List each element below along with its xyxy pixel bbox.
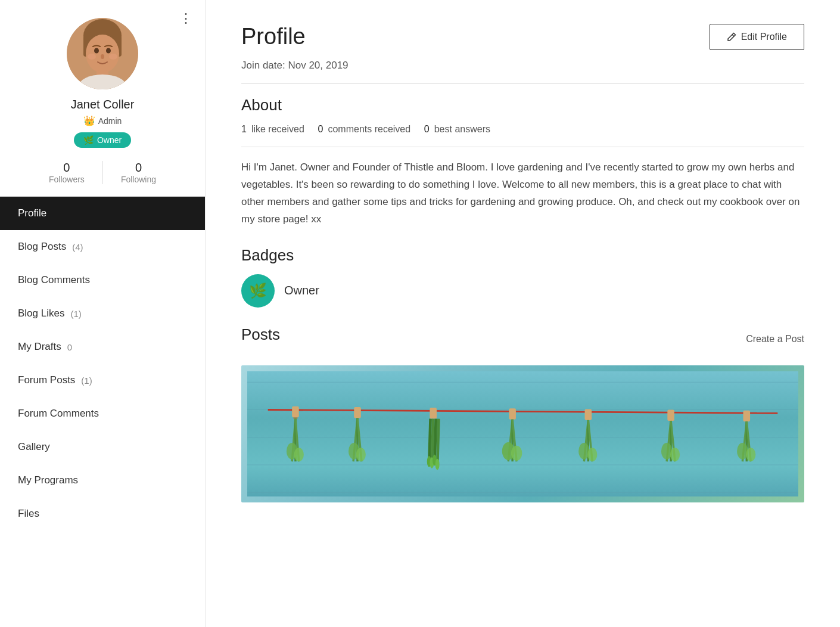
sidebar-item-my-programs[interactable]: My Programs bbox=[0, 464, 205, 497]
create-post-link[interactable]: Create a Post bbox=[746, 334, 804, 344]
badges-section: Badges 🌿 Owner bbox=[241, 246, 804, 308]
admin-badge: 👑 Admin bbox=[83, 115, 122, 126]
svg-rect-22 bbox=[293, 417, 297, 418]
svg-point-4 bbox=[86, 35, 119, 73]
sidebar-item-profile[interactable]: Profile bbox=[0, 197, 205, 230]
svg-rect-43 bbox=[509, 408, 516, 420]
owner-label: Owner bbox=[97, 135, 122, 145]
svg-point-66 bbox=[746, 448, 755, 461]
sidebar-item-label: Files bbox=[18, 508, 39, 520]
posts-section: Posts Create a Post bbox=[241, 325, 804, 502]
edit-profile-button[interactable]: Edit Profile bbox=[710, 24, 804, 50]
avatar bbox=[67, 18, 138, 89]
svg-point-60 bbox=[670, 448, 680, 461]
posts-header: Posts Create a Post bbox=[241, 325, 804, 353]
svg-rect-34 bbox=[430, 408, 437, 419]
following-stat[interactable]: 0 Following bbox=[103, 161, 174, 184]
leaf-icon: 🌿 bbox=[83, 135, 94, 145]
likes-received-count: 1 bbox=[241, 124, 247, 135]
sidebar-item-badge: (1) bbox=[70, 309, 81, 319]
sidebar-item-blog-posts[interactable]: Blog Posts (4) bbox=[0, 230, 205, 263]
svg-line-12 bbox=[732, 35, 734, 36]
page-title: Profile bbox=[241, 24, 306, 49]
sidebar-item-forum-posts[interactable]: Forum Posts (1) bbox=[0, 364, 205, 397]
svg-rect-55 bbox=[667, 409, 674, 421]
svg-rect-28 bbox=[354, 406, 361, 418]
sidebar-item-label: Gallery bbox=[18, 441, 50, 453]
sidebar-item-label: Blog Posts bbox=[18, 241, 66, 253]
svg-point-6 bbox=[106, 48, 111, 54]
svg-rect-61 bbox=[743, 410, 751, 421]
badge-icon: 🌿 bbox=[241, 274, 275, 308]
followers-stat[interactable]: 0 Followers bbox=[31, 161, 103, 184]
edit-profile-label: Edit Profile bbox=[741, 32, 787, 42]
about-stats: 1 like received 0 comments received 0 be… bbox=[241, 124, 804, 135]
sidebar-item-label: Blog Likes bbox=[18, 308, 64, 319]
following-count: 0 bbox=[135, 161, 142, 175]
svg-rect-21 bbox=[292, 406, 299, 417]
sidebar-item-blog-likes[interactable]: Blog Likes (1) bbox=[0, 297, 205, 330]
pencil-icon bbox=[727, 32, 736, 42]
svg-rect-49 bbox=[585, 409, 592, 420]
svg-point-10 bbox=[88, 54, 96, 60]
bio-text: Hi I'm Janet. Owner and Founder of Thist… bbox=[241, 159, 804, 228]
svg-point-42 bbox=[435, 458, 440, 470]
sidebar: ⋮ bbox=[0, 0, 206, 627]
followers-label: Followers bbox=[49, 175, 85, 184]
svg-point-7 bbox=[101, 54, 104, 59]
about-section-title: About bbox=[241, 96, 804, 114]
sidebar-item-badge: 0 bbox=[67, 342, 72, 352]
sidebar-item-label: Profile bbox=[18, 207, 46, 219]
post-image bbox=[241, 365, 804, 502]
comments-received-label: comments received bbox=[328, 124, 410, 135]
badge-leaf-icon: 🌿 bbox=[249, 283, 267, 299]
sidebar-item-label: Blog Comments bbox=[18, 274, 90, 286]
more-menu-button[interactable]: ⋮ bbox=[179, 12, 193, 25]
badge-item: 🌿 Owner bbox=[241, 274, 804, 308]
divider-1 bbox=[241, 83, 804, 84]
sidebar-item-label: Forum Posts bbox=[18, 374, 75, 386]
following-label: Following bbox=[121, 175, 156, 184]
svg-point-33 bbox=[356, 448, 366, 461]
sidebar-nav: Profile Blog Posts (4) Blog Comments Blo… bbox=[0, 197, 205, 627]
sidebar-item-my-drafts[interactable]: My Drafts 0 bbox=[0, 330, 205, 364]
main-content: Profile Edit Profile Join date: Nov 20, … bbox=[206, 0, 840, 627]
owner-badge: 🌿 Owner bbox=[74, 132, 131, 148]
sidebar-item-gallery[interactable]: Gallery bbox=[0, 430, 205, 464]
sidebar-item-blog-comments[interactable]: Blog Comments bbox=[0, 263, 205, 297]
posts-section-title: Posts bbox=[241, 325, 280, 344]
followers-count: 0 bbox=[63, 161, 70, 175]
sidebar-item-label: My Drafts bbox=[18, 341, 61, 353]
best-answers-count: 0 bbox=[424, 124, 430, 135]
best-answers-label: best answers bbox=[434, 124, 490, 135]
badges-section-title: Badges bbox=[241, 246, 804, 265]
user-name: Janet Coller bbox=[71, 98, 135, 111]
join-date: Join date: Nov 20, 2019 bbox=[241, 60, 804, 72]
sidebar-item-forum-comments[interactable]: Forum Comments bbox=[0, 397, 205, 430]
admin-label: Admin bbox=[98, 116, 122, 126]
sidebar-item-label: Forum Comments bbox=[18, 408, 99, 420]
divider-2 bbox=[241, 147, 804, 147]
comments-received-count: 0 bbox=[318, 124, 323, 135]
page-header: Profile Edit Profile bbox=[241, 24, 804, 50]
sidebar-item-badge: (4) bbox=[72, 242, 83, 252]
profile-card: ⋮ bbox=[0, 0, 205, 197]
sidebar-item-files[interactable]: Files bbox=[0, 497, 205, 530]
svg-rect-14 bbox=[247, 371, 798, 496]
crown-icon: 👑 bbox=[83, 115, 95, 126]
svg-point-54 bbox=[587, 448, 597, 461]
likes-received-label: like received bbox=[251, 124, 304, 135]
svg-point-48 bbox=[511, 445, 522, 460]
sidebar-item-badge: (1) bbox=[81, 375, 92, 386]
stats-row: 0 Followers 0 Following bbox=[31, 161, 174, 184]
sidebar-item-label: My Programs bbox=[18, 474, 78, 486]
svg-point-5 bbox=[94, 48, 99, 54]
svg-point-11 bbox=[109, 54, 117, 60]
badge-name: Owner bbox=[284, 284, 319, 297]
svg-point-27 bbox=[294, 448, 304, 461]
